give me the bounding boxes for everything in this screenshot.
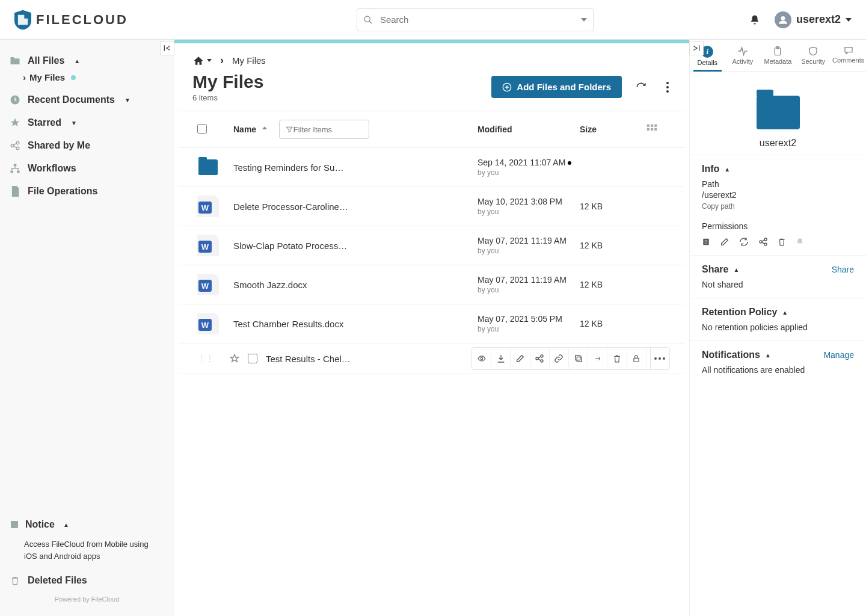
svg-line-50 xyxy=(762,242,764,244)
file-modified: May 07, 2021 11:19 AMby you xyxy=(478,275,580,294)
details-panel: iDetails Activity Metadata Security Comm… xyxy=(689,40,866,616)
logo[interactable]: FILECLOUD xyxy=(14,10,128,30)
row-checkbox[interactable] xyxy=(248,354,257,363)
file-name[interactable]: Delete Processor-Caroline… xyxy=(233,202,478,212)
nav-label: Deleted Files xyxy=(28,575,87,586)
tab-activity[interactable]: Activity xyxy=(725,40,761,71)
word-doc-icon xyxy=(197,313,219,334)
notice-header[interactable]: Notice ▲ xyxy=(0,513,174,536)
search-input[interactable] xyxy=(373,14,581,25)
notifications-header[interactable]: Notifications▲Manage xyxy=(702,350,854,360)
action-copy-button[interactable] xyxy=(569,348,588,369)
caret-up-icon: ▲ xyxy=(765,352,771,359)
filter-box[interactable] xyxy=(279,120,369,139)
dots-vertical-icon xyxy=(666,82,669,93)
file-row[interactable]: Slow-Clap Potato Process… May 07, 2021 1… xyxy=(179,226,684,265)
star-button[interactable] xyxy=(230,354,243,363)
manage-link[interactable]: Manage xyxy=(823,350,854,360)
col-name[interactable]: Name xyxy=(233,125,256,134)
file-name[interactable]: Test Chamber Results.docx xyxy=(233,319,478,329)
share-link[interactable]: Share xyxy=(832,265,854,274)
caret-down-icon: ▼ xyxy=(124,97,131,103)
tab-security[interactable]: Security xyxy=(796,40,831,71)
svg-point-18 xyxy=(666,86,669,88)
file-size: 12 KB xyxy=(580,280,646,289)
perm-sync-icon xyxy=(739,237,749,247)
action-lock-button[interactable] xyxy=(627,348,646,369)
search-box[interactable] xyxy=(357,8,594,31)
nav-all-files[interactable]: All Files ▲ xyxy=(0,49,174,72)
collapse-sidebar-button[interactable] xyxy=(160,41,174,55)
file-name[interactable]: Testing Reminders for Su… xyxy=(233,162,478,173)
file-name[interactable]: Smooth Jazz.docx xyxy=(233,280,478,290)
collapse-details-button[interactable] xyxy=(689,41,704,55)
nav-shared-by-me[interactable]: Shared by Me xyxy=(0,134,174,157)
tab-comments[interactable]: Comments xyxy=(831,40,866,71)
action-preview-button[interactable] xyxy=(472,348,491,369)
file-size: 12 KB xyxy=(580,202,646,211)
collapse-right-icon xyxy=(692,44,701,52)
grid-view-button[interactable] xyxy=(646,123,670,135)
perm-delete-icon xyxy=(778,237,786,247)
file-row[interactable]: Testing Reminders for Su… Sep 14, 2021 1… xyxy=(179,148,684,187)
action-link-button[interactable] xyxy=(550,348,569,369)
svg-point-29 xyxy=(541,360,543,362)
file-row[interactable]: Delete Processor-Caroline… May 10, 2021 … xyxy=(179,187,684,226)
svg-line-30 xyxy=(538,357,541,359)
more-button[interactable] xyxy=(660,80,675,94)
breadcrumb-home[interactable] xyxy=(192,55,212,66)
bell-icon[interactable] xyxy=(749,14,760,26)
caret-down-icon[interactable] xyxy=(581,18,587,22)
file-row[interactable]: Test Chamber Results.docx May 07, 2021 5… xyxy=(179,304,684,343)
svg-rect-24 xyxy=(651,128,653,131)
file-row[interactable]: Smooth Jazz.docx May 07, 2021 11:19 AMby… xyxy=(179,265,684,304)
refresh-icon xyxy=(636,82,646,93)
col-modified[interactable]: Modified xyxy=(478,125,580,134)
perm-edit-icon xyxy=(720,237,729,247)
copy-path-button[interactable]: Copy path xyxy=(702,202,854,211)
tab-metadata[interactable]: Metadata xyxy=(760,40,796,71)
file-row-hover[interactable]: ⋮⋮ Test Results - Chel… Web Edit xyxy=(179,343,684,374)
svg-line-1 xyxy=(369,21,372,23)
header: FILECLOUD userext2 xyxy=(0,0,866,40)
collapse-left-icon xyxy=(163,44,171,52)
action-more-button[interactable] xyxy=(650,348,669,369)
notifications-text: All notifications are enabled xyxy=(702,365,854,375)
permissions-label: Permissions xyxy=(702,221,854,231)
sort-asc-icon[interactable] xyxy=(262,126,267,132)
perm-notify-icon xyxy=(796,237,804,247)
nav-file-operations[interactable]: File Operations xyxy=(0,180,174,203)
clipboard-icon xyxy=(773,46,782,57)
action-share-button[interactable] xyxy=(530,348,550,369)
nav-workflows[interactable]: Workflows xyxy=(0,157,174,180)
file-name[interactable]: Test Results - Chel… xyxy=(266,354,467,364)
nav-starred[interactable]: Starred ▼ xyxy=(0,111,174,134)
nav-my-files[interactable]: › My Files xyxy=(0,72,174,82)
drag-handle-icon[interactable]: ⋮⋮ xyxy=(197,354,225,363)
share-header[interactable]: Share▲Share xyxy=(702,264,854,275)
action-download-button[interactable] xyxy=(491,348,511,369)
info-header[interactable]: Info▲ xyxy=(702,164,854,174)
file-name[interactable]: Slow-Clap Potato Process… xyxy=(233,241,478,251)
share-icon xyxy=(10,140,20,151)
details-tabs: iDetails Activity Metadata Security Comm… xyxy=(690,40,866,72)
file-size: 12 KB xyxy=(580,241,646,250)
nav-deleted-files[interactable]: Deleted Files xyxy=(0,569,174,592)
filter-input[interactable] xyxy=(293,125,363,134)
path-label: Path xyxy=(702,179,854,189)
avatar-icon xyxy=(775,11,791,28)
action-move-button[interactable] xyxy=(588,348,607,369)
action-web-edit-button[interactable]: Web Edit xyxy=(511,348,530,369)
retention-header[interactable]: Retention Policy▲ xyxy=(702,307,854,318)
nav-label: Recent Documents xyxy=(28,94,115,105)
add-files-button[interactable]: Add Files and Folders xyxy=(491,76,622,98)
action-delete-button[interactable] xyxy=(607,348,627,369)
user-menu[interactable]: userext2 xyxy=(775,11,852,28)
nav-recent-documents[interactable]: Recent Documents ▼ xyxy=(0,88,174,111)
svg-line-8 xyxy=(14,143,17,145)
refresh-button[interactable] xyxy=(634,80,648,94)
select-all-checkbox[interactable] xyxy=(197,124,207,134)
breadcrumb-current[interactable]: My Files xyxy=(232,55,266,66)
col-size[interactable]: Size xyxy=(580,125,646,134)
nav-label: Workflows xyxy=(28,163,76,174)
